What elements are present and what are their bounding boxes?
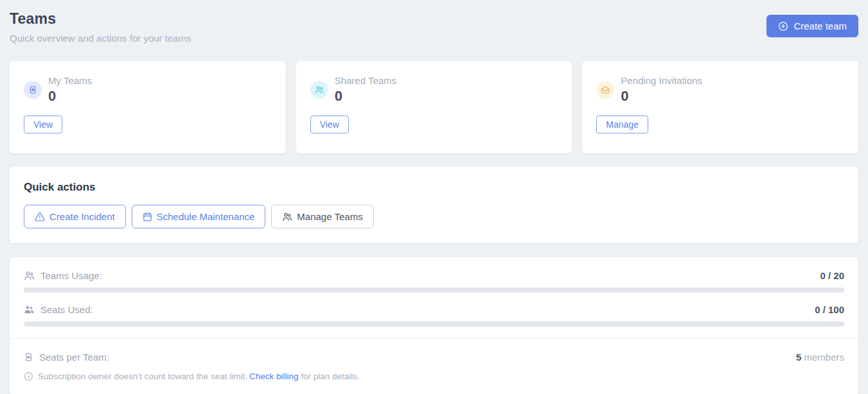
my-teams-count: 0 bbox=[48, 88, 92, 105]
teams-usage-progress-bar bbox=[24, 287, 844, 293]
shared-teams-view-button[interactable]: View bbox=[310, 116, 349, 133]
pending-invitations-label: Pending Invitations bbox=[621, 75, 702, 86]
seats-used-row: Seats Used: 0 / 100 bbox=[24, 304, 844, 315]
seats-per-team-row: Seats per Team: 5 members bbox=[24, 352, 844, 363]
users-icon bbox=[282, 212, 292, 222]
page-header: Teams Quick overview and actions for you… bbox=[10, 10, 858, 44]
seats-per-team-value: 5 members bbox=[796, 352, 844, 363]
my-teams-card: My Teams 0 View bbox=[10, 61, 286, 153]
shared-teams-label: Shared Teams bbox=[335, 75, 396, 86]
plus-circle-icon bbox=[778, 21, 788, 31]
teams-usage-value: 0 / 20 bbox=[820, 270, 844, 281]
quick-actions-panel: Quick actions Create Incident Schedule M… bbox=[10, 167, 858, 243]
seats-per-team-suffix: members bbox=[801, 352, 844, 363]
seats-used-value: 0 / 100 bbox=[815, 304, 844, 315]
create-team-button[interactable]: Create team bbox=[766, 15, 858, 37]
page-subtitle: Quick overview and actions for your team… bbox=[10, 33, 191, 44]
seats-used-progress-bar bbox=[24, 321, 844, 327]
seats-per-team-label: Seats per Team: bbox=[39, 352, 109, 363]
mail-open-icon bbox=[596, 81, 614, 99]
pending-invitations-card: Pending Invitations 0 Manage bbox=[582, 61, 858, 153]
check-billing-link[interactable]: Check billing bbox=[249, 372, 299, 381]
quick-actions-title: Quick actions bbox=[24, 181, 844, 194]
manage-teams-label: Manage Teams bbox=[297, 211, 362, 222]
subscription-note-text: Subscription owner doesn't count toward … bbox=[38, 372, 360, 381]
create-incident-label: Create Incident bbox=[49, 211, 115, 222]
usage-divider bbox=[10, 338, 858, 339]
id-badge-icon bbox=[24, 81, 42, 99]
my-teams-view-button[interactable]: View bbox=[24, 116, 62, 133]
teams-usage-label: Teams Usage: bbox=[40, 270, 102, 281]
seats-used-label: Seats Used: bbox=[40, 304, 93, 315]
shared-teams-count: 0 bbox=[335, 88, 396, 105]
stat-cards-row: My Teams 0 View Shared Teams 0 View bbox=[10, 61, 858, 153]
pending-invitations-count: 0 bbox=[621, 88, 702, 105]
teams-usage-row: Teams Usage: 0 / 20 bbox=[24, 270, 844, 281]
calendar-icon bbox=[143, 212, 152, 221]
shared-teams-card: Shared Teams 0 View bbox=[296, 61, 572, 153]
users-filled-icon bbox=[24, 304, 35, 315]
manage-teams-button[interactable]: Manage Teams bbox=[271, 205, 373, 228]
schedule-maintenance-button[interactable]: Schedule Maintenance bbox=[132, 205, 266, 228]
pending-invitations-manage-button[interactable]: Manage bbox=[596, 116, 648, 133]
usage-panel: Teams Usage: 0 / 20 Seats Used: 0 / 100 bbox=[10, 257, 858, 394]
subscription-note-suffix: for plan details. bbox=[299, 372, 360, 381]
page-title: Teams bbox=[10, 10, 191, 28]
users-icon bbox=[310, 81, 328, 99]
info-circle-icon bbox=[24, 372, 33, 381]
id-badge-icon bbox=[24, 352, 33, 362]
warning-triangle-icon bbox=[35, 212, 45, 222]
create-incident-button[interactable]: Create Incident bbox=[24, 205, 126, 228]
page-header-text: Teams Quick overview and actions for you… bbox=[10, 10, 191, 44]
create-team-button-label: Create team bbox=[793, 21, 847, 31]
subscription-note: Subscription owner doesn't count toward … bbox=[24, 372, 844, 394]
schedule-maintenance-label: Schedule Maintenance bbox=[157, 211, 255, 222]
my-teams-label: My Teams bbox=[48, 75, 92, 86]
users-outline-icon bbox=[24, 270, 35, 281]
